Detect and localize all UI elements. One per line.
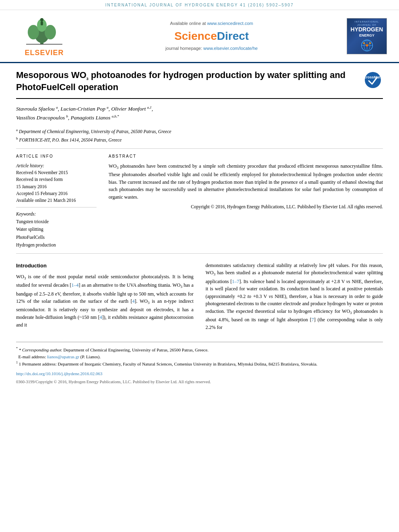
email-link[interactable]: lianos@upatras.gr bbox=[47, 354, 79, 359]
body-col-right: demonstrates satisfactory chemical stabi… bbox=[206, 262, 383, 334]
authors-line1: Stavroula Sfaelou a, Lucian-Cristian Pop… bbox=[16, 105, 383, 113]
available-online-text: Available online at www.sciencedirect.co… bbox=[170, 21, 253, 27]
intro-p1: WO3 is one of the most popular metal oxi… bbox=[16, 273, 193, 329]
keyword-2: Water splitting bbox=[16, 226, 97, 234]
keyword-4: Hydrogen production bbox=[16, 241, 97, 249]
keywords-section: Keywords: Tungsten trioxide Water splitt… bbox=[16, 211, 97, 249]
journal-homepage-text: journal homepage: www.elsevier.com/locat… bbox=[165, 45, 257, 51]
sciencedirect-logo: ScienceDirect bbox=[174, 28, 249, 44]
introduction-heading: Introduction bbox=[16, 262, 193, 270]
intro-p2: demonstrates satisfactory chemical stabi… bbox=[206, 262, 383, 331]
sciencedirect-url[interactable]: www.sciencedirect.com bbox=[207, 21, 253, 26]
keyword-1: Tungsten trioxide bbox=[16, 218, 97, 226]
abstract-text: WO3 photoanodes have been constructed by… bbox=[109, 162, 383, 201]
svg-line-15 bbox=[364, 43, 367, 45]
keywords-label: Keywords: bbox=[16, 211, 97, 218]
affiliations: a Department of Chemical Engineering, Un… bbox=[16, 125, 383, 148]
revised-date: 15 January 2016 bbox=[16, 183, 97, 190]
article-history-label: Article history: bbox=[16, 162, 97, 169]
main-content: Mesoporous WO3 photoanodes for hydrogen … bbox=[0, 63, 399, 394]
received-date: Received 6 November 2015 bbox=[16, 169, 97, 176]
abstract-label: ABSTRACT bbox=[109, 154, 383, 159]
keyword-3: PhotoFuelCells bbox=[16, 234, 97, 242]
accepted-date: Accepted 15 February 2016 bbox=[16, 190, 97, 197]
elsevier-tree-icon bbox=[18, 14, 70, 46]
available-date: Available online 21 March 2016 bbox=[16, 197, 97, 204]
crossmark-icon: CrossMark bbox=[364, 71, 382, 89]
journal-cover-globe-icon bbox=[360, 39, 374, 52]
journal-banner-text: INTERNATIONAL JOURNAL OF HYDROGEN ENERGY… bbox=[105, 3, 294, 7]
authors-section: Stavroula Sfaelou a, Lucian-Cristian Pop… bbox=[16, 99, 383, 125]
svg-line-16 bbox=[367, 43, 370, 45]
issn-line: 0360-3199/Copyright © 2016, Hydrogen Ene… bbox=[16, 379, 383, 386]
doi-line: http://dx.doi.org/10.1016/j.ijhydene.201… bbox=[16, 370, 383, 378]
journal-cover: International Journal of HYDROGEN ENERGY bbox=[347, 18, 387, 54]
abstract-col: ABSTRACT WO3 photoanodes have been const… bbox=[109, 154, 383, 249]
header: ELSEVIER Available online at www.science… bbox=[0, 10, 399, 63]
copyright-text: Copyright © 2016, Hydrogen Energy Public… bbox=[109, 203, 383, 210]
elsevier-logo-text: ELSEVIER bbox=[25, 48, 64, 58]
corresponding-author: * * Corresponding author. Department of … bbox=[16, 346, 383, 353]
svg-point-5 bbox=[40, 18, 43, 21]
ref-4[interactable]: 4 bbox=[132, 298, 135, 304]
footnote-section: * * Corresponding author. Department of … bbox=[16, 342, 383, 386]
article-info-col: ARTICLE INFO Article history: Received 6… bbox=[16, 154, 97, 249]
doi-link[interactable]: http://dx.doi.org/10.1016/j.ijhydene.201… bbox=[16, 371, 103, 376]
crossmark-section: CrossMark bbox=[363, 71, 383, 89]
journal-cover-intl: International Journal of bbox=[349, 20, 385, 27]
authors-line2: Vassilios Dracopoulos b, Panagiotis Lian… bbox=[16, 113, 383, 122]
body-two-col: Introduction WO3 is one of the most popu… bbox=[16, 262, 383, 334]
svg-text:CrossMark: CrossMark bbox=[364, 75, 382, 79]
article-info-label: ARTICLE INFO bbox=[16, 154, 97, 159]
affiliation-a: a Department of Chemical Engineering, Un… bbox=[16, 127, 383, 136]
elsevier-logo-section: ELSEVIER bbox=[8, 14, 80, 58]
article-title-section: Mesoporous WO3 photoanodes for hydrogen … bbox=[16, 63, 383, 99]
info-abstract-section: ARTICLE INFO Article history: Received 6… bbox=[16, 148, 383, 249]
ref-7[interactable]: 7 bbox=[311, 317, 314, 322]
article-title: Mesoporous WO3 photoanodes for hydrogen … bbox=[16, 70, 359, 93]
email-line: E-mail address: lianos@upatras.gr (P. Li… bbox=[16, 353, 383, 361]
received-revised-label: Received in revised form bbox=[16, 176, 97, 183]
journal-banner: INTERNATIONAL JOURNAL OF HYDROGEN ENERGY… bbox=[0, 0, 399, 10]
affiliation-b: b FORTH/ICE-HT, P.O. Box 1414, 26504 Pat… bbox=[16, 136, 383, 144]
svg-rect-6 bbox=[41, 21, 43, 25]
journal-cover-section: International Journal of HYDROGEN ENERGY bbox=[343, 14, 391, 58]
footnote-1: 1 1 Permanent address: Department of Ino… bbox=[16, 360, 383, 368]
journal-cover-hydrogen: HYDROGEN bbox=[351, 27, 383, 33]
info-divider bbox=[16, 207, 97, 207]
journal-homepage-url[interactable]: www.elsevier.com/locate/he bbox=[204, 46, 258, 51]
ref-1-4[interactable]: 1–4 bbox=[72, 282, 79, 288]
header-center: Available online at www.sciencedirect.co… bbox=[84, 14, 339, 58]
ref-1-7[interactable]: 1–7 bbox=[232, 279, 239, 284]
ref-4b[interactable]: 4 bbox=[100, 314, 102, 320]
journal-cover-energy: ENERGY bbox=[359, 33, 374, 38]
body-col-left: Introduction WO3 is one of the most popu… bbox=[16, 262, 193, 334]
body-section: Introduction WO3 is one of the most popu… bbox=[16, 253, 383, 334]
svg-point-17 bbox=[365, 72, 381, 88]
